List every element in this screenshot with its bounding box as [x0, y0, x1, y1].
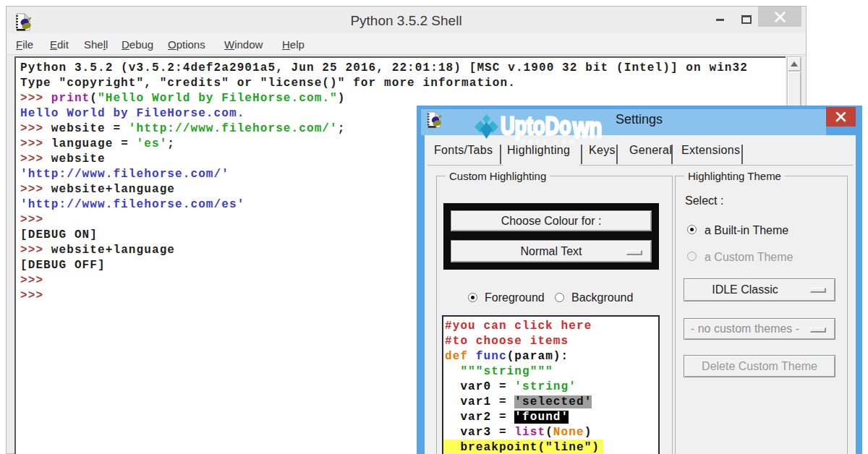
svg-text:UptoDo: UptoDo — [501, 111, 571, 140]
svg-text:SOFT.COM: SOFT.COM — [521, 138, 578, 145]
